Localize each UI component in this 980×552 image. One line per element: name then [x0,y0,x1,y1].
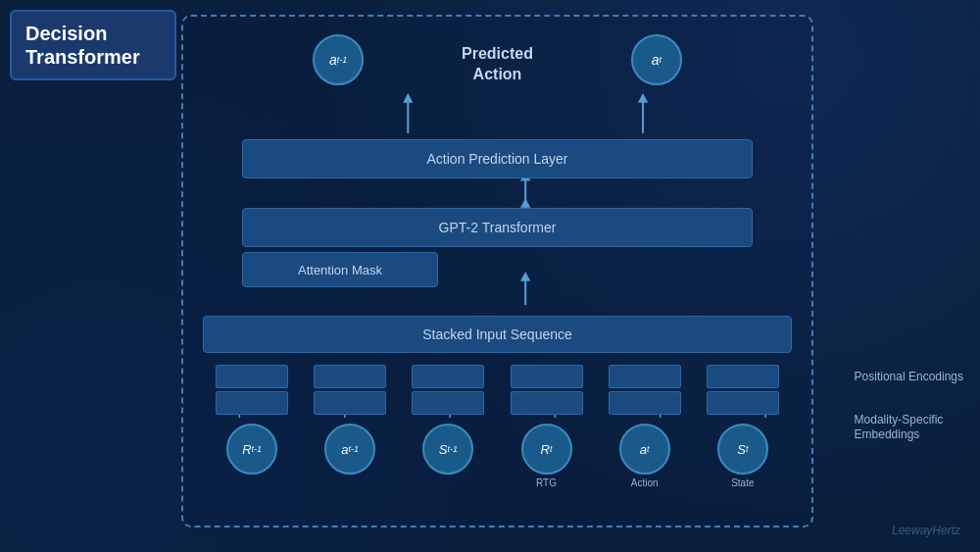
circle-rt: Rt [521,424,572,475]
svg-marker-3 [638,93,648,103]
positional-encodings-label: Positional Encodings [855,370,963,385]
embed-col-st-minus1: St-1 [409,365,487,475]
positional-enc-rt-minus1 [216,365,288,388]
title-box: Decision Transformer [10,10,176,80]
positional-enc-rt [511,365,583,388]
embed-col-rt-minus1: Rt-1 [213,365,291,475]
embed-col-st: St State [704,365,782,488]
positional-enc-st [707,365,779,388]
output-at: at [631,34,682,85]
rtg-label: RTG [536,477,557,488]
stacked-input-layer: Stacked Input Sequence [203,316,792,353]
positional-enc-st-minus1 [412,365,484,388]
watermark: LeewayHertz [892,524,960,537]
embed-col-at-minus1: at-1 [311,365,389,475]
action-label: Action [631,477,659,488]
modality-emb-rt [511,391,583,415]
circle-st-minus1: St-1 [422,424,473,475]
svg-marker-11 [520,272,530,281]
action-prediction-layer: Action Prediction Layer [242,139,753,178]
svg-marker-1 [403,93,413,103]
circle-at-minus1-input: at-1 [324,424,375,475]
embed-col-rt: Rt RTG [508,365,586,488]
right-side-labels: Positional Encodings Modality-SpecificEm… [855,370,963,443]
circle-at-minus1: at-1 [313,34,364,85]
circle-st: St [717,424,768,475]
main-diagram-container: at-1 PredictedAction at Action Predictio… [181,15,813,527]
output-at-minus1: at-1 [313,34,364,85]
modality-emb-at-minus1 [314,391,386,415]
modality-emb-rt-minus1 [216,391,288,415]
modality-emb-at [609,391,681,415]
circle-rt-minus1: Rt-1 [226,424,277,475]
embeddings-section: Rt-1 at-1 St-1 Rt RTG [203,365,792,488]
embed-col-at: at Action [606,365,684,488]
page-title: Decision Transformer [25,22,161,69]
svg-marker-9 [520,198,530,208]
positional-enc-at-minus1 [314,365,386,388]
circle-at-input: at [619,424,670,475]
predicted-action-label: PredictedAction [462,44,533,85]
modality-embeddings-label: Modality-SpecificEmbeddings [855,413,963,443]
modality-emb-st [707,391,779,415]
circle-at-output: at [631,34,682,85]
gpt2-transformer-layer: GPT-2 Transformer [242,208,753,247]
positional-enc-at [609,365,681,388]
attention-mask-layer: Attention Mask [242,252,438,287]
modality-emb-st-minus1 [412,391,484,415]
state-label: State [731,477,754,488]
